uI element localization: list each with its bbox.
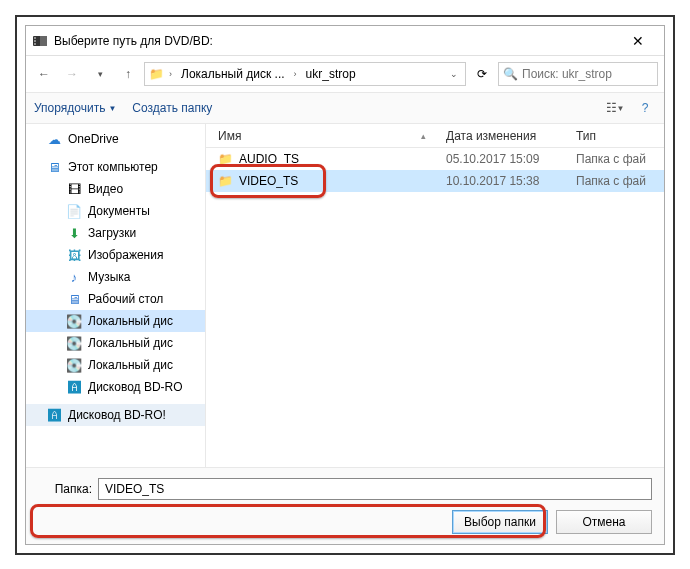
- sort-asc-icon: ▴: [421, 131, 426, 141]
- folder-icon: 📁: [218, 174, 233, 188]
- bd-icon: 🅰: [46, 407, 62, 423]
- back-button[interactable]: ←: [32, 62, 56, 86]
- sidebar: ☁OneDrive 🖥Этот компьютер 🎞Видео 📄Докуме…: [26, 124, 206, 467]
- sidebar-item-docs[interactable]: 📄Документы: [26, 200, 205, 222]
- sidebar-item-bd2[interactable]: 🅰Дисковод BD-RO!: [26, 404, 205, 426]
- sidebar-item-thispc[interactable]: 🖥Этот компьютер: [26, 156, 205, 178]
- sidebar-item-music[interactable]: ♪Музыка: [26, 266, 205, 288]
- search-input[interactable]: [522, 67, 653, 81]
- close-button[interactable]: ✕: [618, 33, 658, 49]
- organize-button[interactable]: Упорядочить▼: [34, 101, 116, 115]
- sidebar-item-onedrive[interactable]: ☁OneDrive: [26, 128, 205, 150]
- sidebar-item-localdisk2[interactable]: 💽Локальный дис: [26, 332, 205, 354]
- disk-icon: 💽: [66, 335, 82, 351]
- nav-bar: ← → ▾ ↑ 📁 › Локальный диск ... › ukr_str…: [26, 56, 664, 92]
- search-icon: 🔍: [503, 67, 518, 81]
- pictures-icon: 🖼: [66, 247, 82, 263]
- select-folder-button[interactable]: Выбор папки: [452, 510, 548, 534]
- folder-icon: 📁: [149, 67, 164, 81]
- svg-point-3: [34, 40, 36, 42]
- refresh-button[interactable]: ⟳: [470, 67, 494, 81]
- forward-button[interactable]: →: [60, 62, 84, 86]
- chevron-right-icon: ›: [291, 69, 300, 79]
- toolbar: Упорядочить▼ Создать папку ☷ ▼ ?: [26, 92, 664, 124]
- cancel-button[interactable]: Отмена: [556, 510, 652, 534]
- up-button[interactable]: ↑: [116, 62, 140, 86]
- titlebar: Выберите путь для DVD/BD: ✕: [26, 26, 664, 56]
- crumb-disk[interactable]: Локальный диск ...: [177, 67, 289, 81]
- column-headers: Имя▴ Дата изменения Тип: [206, 124, 664, 148]
- svg-point-4: [34, 43, 36, 45]
- help-button[interactable]: ?: [634, 97, 656, 119]
- window-title: Выберите путь для DVD/BD:: [54, 34, 618, 48]
- table-row[interactable]: 📁AUDIO_TS 05.10.2017 15:09 Папка с фай: [206, 148, 664, 170]
- sidebar-item-desktop[interactable]: 🖥Рабочий стол: [26, 288, 205, 310]
- file-list: Имя▴ Дата изменения Тип 📁AUDIO_TS 05.10.…: [206, 124, 664, 467]
- disk-icon: 💽: [66, 357, 82, 373]
- folder-label: Папка:: [38, 482, 92, 496]
- chevron-right-icon: ›: [166, 69, 175, 79]
- video-icon: 🎞: [66, 181, 82, 197]
- view-options-button[interactable]: ☷ ▼: [604, 97, 626, 119]
- svg-point-2: [34, 37, 36, 39]
- music-icon: ♪: [66, 269, 82, 285]
- desktop-icon: 🖥: [66, 291, 82, 307]
- bd-icon: 🅰: [66, 379, 82, 395]
- search-box[interactable]: 🔍: [498, 62, 658, 86]
- sidebar-item-video[interactable]: 🎞Видео: [26, 178, 205, 200]
- folder-name-input[interactable]: [98, 478, 652, 500]
- newfolder-button[interactable]: Создать папку: [132, 101, 212, 115]
- col-name[interactable]: Имя▴: [206, 129, 446, 143]
- col-date[interactable]: Дата изменения: [446, 129, 576, 143]
- sidebar-item-bd1[interactable]: 🅰Дисковод BD-RO: [26, 376, 205, 398]
- cloud-icon: ☁: [46, 131, 62, 147]
- sidebar-item-downloads[interactable]: ⬇Загрузки: [26, 222, 205, 244]
- sidebar-item-localdisk[interactable]: 💽Локальный дис: [26, 310, 205, 332]
- breadcrumb-dropdown[interactable]: ⌄: [447, 69, 461, 79]
- svg-rect-1: [40, 36, 47, 46]
- col-type[interactable]: Тип: [576, 129, 664, 143]
- table-row[interactable]: 📁VIDEO_TS 10.10.2017 15:38 Папка с фай: [206, 170, 664, 192]
- docs-icon: 📄: [66, 203, 82, 219]
- disk-icon: 💽: [66, 313, 82, 329]
- crumb-folder[interactable]: ukr_strop: [302, 67, 360, 81]
- recent-dropdown[interactable]: ▾: [88, 62, 112, 86]
- folder-picker-dialog: Выберите путь для DVD/BD: ✕ ← → ▾ ↑ 📁 › …: [25, 25, 665, 545]
- breadcrumb[interactable]: 📁 › Локальный диск ... › ukr_strop ⌄: [144, 62, 466, 86]
- folder-icon: 📁: [218, 152, 233, 166]
- sidebar-item-localdisk3[interactable]: 💽Локальный дис: [26, 354, 205, 376]
- dialog-footer: Папка: Выбор папки Отмена: [26, 467, 664, 544]
- app-icon: [32, 33, 48, 49]
- sidebar-item-pictures[interactable]: 🖼Изображения: [26, 244, 205, 266]
- pc-icon: 🖥: [46, 159, 62, 175]
- download-icon: ⬇: [66, 225, 82, 241]
